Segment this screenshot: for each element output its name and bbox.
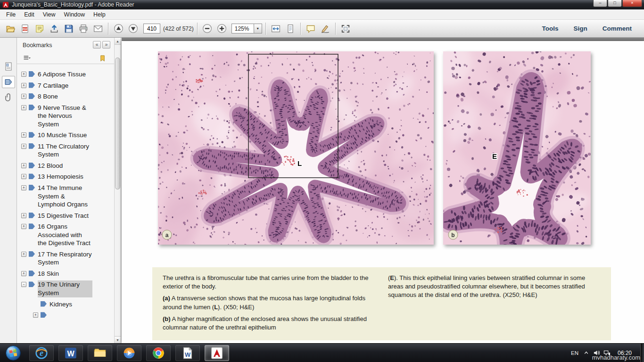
expand-icon[interactable]: + <box>21 144 26 149</box>
start-button[interactable] <box>5 345 22 362</box>
zoom-out-icon <box>202 24 212 33</box>
comment-button[interactable]: Comment <box>603 25 632 32</box>
caption-paragraph: (b) A higher magnification of the enclos… <box>163 315 370 332</box>
bookmark-item[interactable]: +6 Adipose Tissue <box>20 69 113 80</box>
comment-bubble-button[interactable] <box>304 22 317 35</box>
expand-icon[interactable]: + <box>21 185 26 190</box>
expand-icon[interactable]: + <box>21 132 26 138</box>
share-icon <box>50 24 59 33</box>
svg-text:a: a <box>165 232 169 239</box>
bookmark-item[interactable]: +7 Cartilage <box>20 80 113 91</box>
close-icon: × <box>631 0 633 5</box>
print-button[interactable] <box>77 22 90 35</box>
menu-item-help[interactable]: Help <box>89 10 110 19</box>
bookmark-item[interactable]: +16 Organs Associated with the Digestive… <box>20 221 113 249</box>
lumen-label: L <box>297 159 302 167</box>
sticky-note-button[interactable] <box>33 22 46 35</box>
maximize-button[interactable]: □ <box>608 0 622 7</box>
chrome-taskbar-button[interactable] <box>146 345 171 361</box>
internet-explorer-taskbar-button[interactable]: e <box>29 345 54 361</box>
scrollbar-thumb[interactable] <box>115 58 120 189</box>
zoom-level-select[interactable]: 125% <box>231 24 254 33</box>
expand-icon[interactable]: + <box>33 313 38 318</box>
save-button[interactable] <box>62 22 75 35</box>
bookmark-item[interactable]: +14 The Immune System & Lymphoid Organs <box>20 182 113 210</box>
menu-item-window[interactable]: Window <box>60 10 89 19</box>
language-indicator[interactable]: EN <box>571 350 578 356</box>
word-document-taskbar-button[interactable]: W <box>175 345 200 361</box>
bookmark-icon <box>29 271 35 276</box>
histology-figure-b: E b <box>443 51 591 245</box>
menu-item-edit[interactable]: Edit <box>20 10 39 19</box>
bookmark-item[interactable]: +15 Digestive Tract <box>20 210 113 222</box>
fullscreen-button[interactable] <box>339 22 352 35</box>
navigation-pane-strip <box>0 38 17 343</box>
show-hidden-icons-tray-button[interactable] <box>583 349 590 356</box>
prev-page-button[interactable] <box>112 22 125 35</box>
zoom-in-button[interactable] <box>215 22 229 35</box>
expand-icon[interactable]: + <box>21 83 26 88</box>
create-pdf-button[interactable]: PDF <box>18 22 32 35</box>
bookmarks-scrollbar[interactable]: ▲ ▼ <box>114 38 121 343</box>
zoom-out-button[interactable] <box>201 22 214 35</box>
bookmark-item[interactable]: +10 Muscle Tissue <box>20 130 113 141</box>
expand-icon[interactable]: + <box>21 271 26 276</box>
fit-width-button[interactable] <box>269 22 282 35</box>
page-number-input[interactable] <box>143 24 160 33</box>
collapse-icon[interactable]: - <box>21 282 26 287</box>
locate-bookmark-button[interactable] <box>96 54 108 62</box>
collapse-panel-button[interactable]: « <box>93 41 101 49</box>
bookmark-item[interactable]: -19 The Urinary System <box>20 279 113 298</box>
page-view-button[interactable] <box>284 22 297 35</box>
sticky-note-icon <box>35 24 44 33</box>
next-page-button[interactable] <box>126 22 140 35</box>
media-player-taskbar-button[interactable] <box>117 345 141 361</box>
show-desktop-button[interactable] <box>640 344 644 362</box>
expand-panel-button[interactable]: » <box>102 41 110 49</box>
expand-icon[interactable]: + <box>21 94 26 99</box>
bookmark-label: 7 Cartilage <box>38 82 68 90</box>
close-button[interactable]: × <box>622 0 642 7</box>
expand-icon[interactable]: + <box>21 252 26 257</box>
signature-button[interactable] <box>319 22 332 35</box>
menu-item-file[interactable]: File <box>2 10 20 19</box>
bookmark-item[interactable]: +8 Bone <box>20 91 113 102</box>
bookmark-icon <box>29 185 35 190</box>
bookmark-item[interactable]: +13 Hemopoiesis <box>20 171 113 182</box>
bookmark-options-button[interactable] <box>21 54 33 62</box>
open-file-button[interactable] <box>4 22 17 35</box>
bookmark-item[interactable]: +9 Nerve Tissue & the Nervous System <box>20 102 113 130</box>
nav-group <box>112 22 140 35</box>
annot-group <box>304 22 332 35</box>
expand-icon[interactable]: + <box>21 213 26 218</box>
expand-icon[interactable]: + <box>21 72 26 77</box>
bookmark-item[interactable]: +18 Skin <box>20 268 113 280</box>
menu-item-view[interactable]: View <box>39 10 60 19</box>
sign-button[interactable]: Sign <box>573 25 587 32</box>
zoom-dropdown-button[interactable]: ▼ <box>254 24 262 33</box>
attachments-pane-button[interactable] <box>2 91 15 104</box>
bookmark-item[interactable]: +11 The Circulatory System <box>20 141 113 160</box>
bookmark-item[interactable]: +17 The Respiratory System <box>20 249 113 268</box>
bookmark-icon <box>41 301 47 307</box>
scroll-up-icon[interactable]: ▲ <box>115 38 121 45</box>
file-explorer-taskbar-button[interactable] <box>88 345 112 361</box>
expand-icon[interactable]: + <box>21 163 26 168</box>
page-thumbnails-pane-button[interactable] <box>2 60 15 73</box>
expand-icon[interactable]: + <box>21 174 26 179</box>
adobe-reader-taskbar-button[interactable] <box>205 345 229 361</box>
scroll-down-icon[interactable]: ▼ <box>115 336 121 343</box>
toolbar-separator <box>265 23 266 35</box>
expand-icon[interactable]: + <box>21 224 26 229</box>
bookmarks-pane-button[interactable] <box>2 76 15 88</box>
bookmark-item[interactable]: Kidneys <box>20 299 113 310</box>
email-button[interactable] <box>91 22 105 35</box>
bookmark-item[interactable]: +12 Blood <box>20 160 113 172</box>
share-button[interactable] <box>48 22 61 35</box>
bookmark-item[interactable]: + <box>20 310 113 319</box>
bookmark-options-icon <box>23 54 31 62</box>
expand-icon[interactable]: + <box>21 105 26 110</box>
minimize-button[interactable]: – <box>593 0 607 7</box>
word-taskbar-button[interactable]: W <box>58 345 83 361</box>
tools-button[interactable]: Tools <box>542 25 558 32</box>
